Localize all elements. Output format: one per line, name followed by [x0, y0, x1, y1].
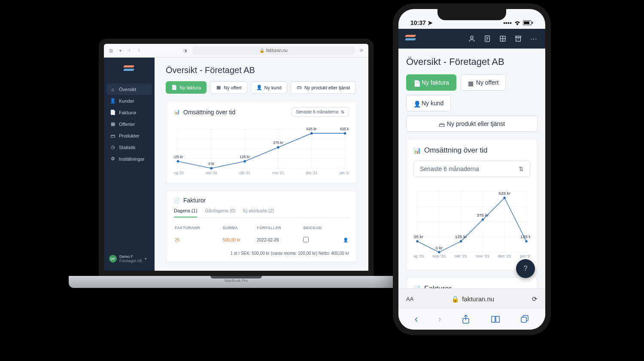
home-icon: ⌂ — [110, 86, 115, 92]
user-icon[interactable]: 👤 — [343, 238, 348, 242]
sidebar-user-menu[interactable]: DF Demo FFöretaget AB ▾ — [104, 251, 155, 266]
svg-text:aug '21: aug '21 — [174, 171, 184, 175]
header-user-icon[interactable] — [467, 34, 477, 43]
clock-icon: ◷ — [110, 144, 115, 150]
page-title: Översikt - Företaget AB — [166, 65, 357, 75]
new-invoice-button[interactable]: 📄Ny faktura — [166, 81, 207, 94]
file-icon: 📄 — [110, 110, 115, 115]
sidebar-item-fakturor[interactable]: 📄Fakturor — [104, 107, 155, 118]
table-row[interactable]: 25 500,00 kr 2022-02-26 👤 — [175, 233, 348, 247]
sidebar-item-statistik[interactable]: ◷Statistik — [104, 141, 155, 153]
sidebar-item-produkter[interactable]: 🗃Produkter — [104, 130, 155, 141]
svg-text:125 kr: 125 kr — [520, 234, 530, 239]
gear-icon: ⚙ — [110, 156, 115, 162]
new-product-button[interactable]: 🗃Ny produkt eller tjänst — [406, 116, 538, 132]
back-icon[interactable]: ‹ — [127, 48, 132, 53]
card-title: Fakturor — [183, 197, 206, 204]
tab-ej-skickade[interactable]: Ej skickade (2) — [243, 208, 274, 217]
svg-text:jan '22: jan '22 — [519, 254, 530, 259]
svg-text:sep '21: sep '21 — [206, 171, 217, 175]
svg-text:nov '21: nov '21 — [476, 254, 489, 259]
text-size-icon[interactable]: AA — [406, 296, 413, 302]
svg-text:375 kr: 375 kr — [477, 213, 489, 217]
svg-text:0 kr: 0 kr — [436, 245, 443, 250]
share-icon[interactable] — [462, 315, 470, 324]
svg-text:dec '21: dec '21 — [498, 254, 511, 259]
new-customer-button[interactable]: 👤Ny kund — [406, 95, 451, 111]
svg-text:125 kr: 125 kr — [240, 155, 250, 159]
svg-text:sep '21: sep '21 — [432, 254, 446, 259]
app-logo — [405, 35, 416, 43]
new-quote-button[interactable]: ▦Ny offert — [461, 74, 506, 91]
sidebar-item-offerter[interactable]: ▦Offerter — [104, 118, 155, 130]
svg-text:okt '21: okt '21 — [240, 171, 250, 175]
svg-rect-30 — [524, 21, 529, 24]
archive-icon: 🗃 — [439, 121, 444, 127]
sidebar-toggle-icon[interactable]: ▥ — [108, 48, 113, 53]
svg-text:aug '21: aug '21 — [413, 254, 425, 259]
invoice-summary: 1 st i SEK: 500,00 kr (varav moms: 100,0… — [174, 251, 349, 256]
tab-dagens[interactable]: Dagens (1) — [174, 208, 197, 217]
user-icon: 👤 — [413, 101, 419, 106]
svg-text:dec '21: dec '21 — [306, 171, 317, 175]
header-more-icon[interactable]: ⋯ — [529, 34, 538, 43]
svg-point-17 — [277, 146, 279, 149]
app-logo — [124, 65, 135, 73]
header-grid-icon[interactable] — [498, 34, 507, 43]
chart-icon: 📊 — [413, 147, 421, 154]
svg-point-21 — [344, 132, 346, 135]
svg-text:625 kr: 625 kr — [498, 191, 510, 196]
lock-icon: 🔒 — [451, 295, 459, 303]
new-product-button[interactable]: 🗃Ny produkt eller tjänst — [291, 81, 355, 94]
select-arrows-icon: ⇅ — [341, 110, 344, 114]
svg-text:625 kr: 625 kr — [307, 127, 317, 131]
file-icon: 📄 — [171, 85, 177, 90]
sent-checkbox[interactable] — [303, 237, 309, 242]
select-arrows-icon: ⇅ — [519, 165, 524, 172]
mobile-header: ⋯ — [398, 29, 545, 49]
laptop-mockup: ▥ ▾ ‹ › ◑ 🔒 fakturan.nu ⟳ ⌂Översikt 👤Kun… — [69, 39, 404, 314]
svg-rect-41 — [516, 37, 521, 41]
turnover-chart: 125 kr0 kr125 kr375 kr625 kr125 kraug '2… — [413, 181, 530, 263]
forward-icon[interactable]: › — [438, 314, 441, 325]
address-bar[interactable]: 🔒 fakturan.nu — [192, 46, 355, 55]
header-file-icon[interactable] — [483, 34, 492, 43]
svg-text:125 kr: 125 kr — [413, 234, 424, 239]
help-fab[interactable]: ? — [516, 259, 535, 278]
svg-point-32 — [471, 36, 473, 39]
svg-point-60 — [482, 218, 484, 220]
new-customer-button[interactable]: 👤Ny kund — [251, 81, 287, 94]
quick-actions: 📄Ny faktura ▦Ny offert 👤Ny kund 🗃Ny prod… — [166, 81, 357, 94]
bookmarks-icon[interactable] — [491, 315, 500, 323]
range-select[interactable]: Senaste 6 månaderna⇅ — [292, 107, 349, 117]
signal-icon: ▪▪▪▪ — [503, 19, 512, 26]
invoice-number-link[interactable]: 25 — [175, 233, 222, 247]
sidebar-item-installningar[interactable]: ⚙Inställningar — [104, 153, 155, 165]
mobile-address-bar[interactable]: AA 🔒fakturan.nu ⟳ — [398, 288, 545, 309]
new-invoice-button[interactable]: 📄Ny faktura — [406, 74, 456, 91]
back-icon[interactable]: ‹ — [415, 314, 418, 325]
shield-icon[interactable]: ◑ — [183, 48, 188, 53]
svg-point-11 — [177, 160, 179, 162]
svg-point-56 — [438, 251, 440, 253]
tab-gardagens[interactable]: Gårdagens (0) — [205, 208, 235, 217]
reload-icon[interactable]: ⟳ — [532, 295, 538, 303]
sidebar-item-kunder[interactable]: 👤Kunder — [104, 95, 155, 107]
dropdown-icon[interactable]: ▾ — [118, 48, 123, 53]
svg-point-54 — [416, 240, 418, 242]
invoices-card: 📄 Fakturor Dagens (0) Gårdagens (0) Ej s… — [406, 277, 538, 288]
range-select[interactable]: Senaste 6 månaderna⇅ — [413, 161, 530, 177]
reload-icon[interactable]: ⟳ — [359, 48, 364, 53]
forward-icon[interactable]: › — [137, 48, 142, 53]
new-quote-button[interactable]: ▦Ny offert — [210, 81, 247, 94]
svg-text:125 kr: 125 kr — [455, 234, 467, 239]
tabs-icon[interactable] — [520, 315, 529, 324]
sidebar-item-oversikt[interactable]: ⌂Översikt — [106, 83, 152, 95]
invoice-tabs: Dagens (1) Gårdagens (0) Ej skickade (2) — [174, 208, 349, 218]
file-icon: 📄 — [174, 198, 180, 203]
location-icon: ➤ — [428, 19, 433, 26]
svg-point-62 — [503, 197, 505, 199]
sidebar: ⌂Översikt 👤Kunder 📄Fakturor ▦Offerter 🗃P… — [104, 58, 155, 271]
header-archive-icon[interactable] — [513, 34, 523, 43]
card-title: Fakturor — [424, 285, 451, 288]
